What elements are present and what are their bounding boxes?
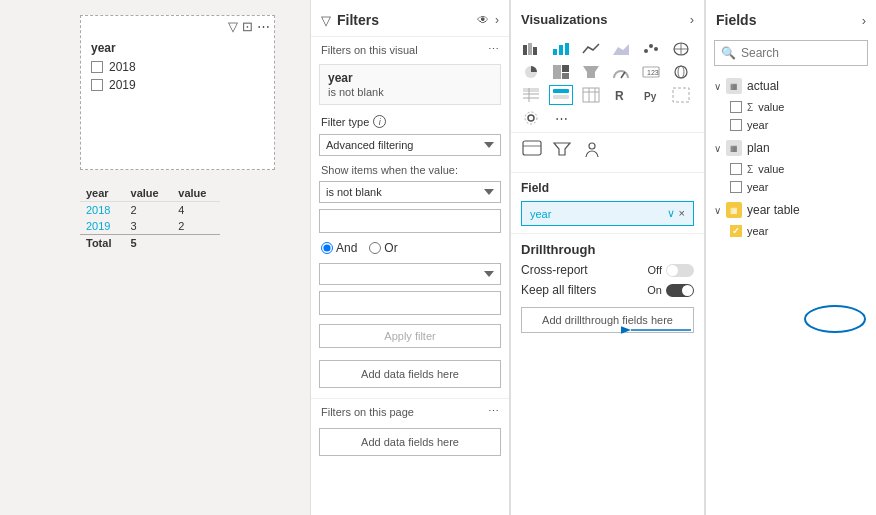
checkbox-year-table-year[interactable]: ✓: [730, 225, 742, 237]
keep-filters-track[interactable]: [666, 284, 694, 297]
visibility-icon[interactable]: 👁: [477, 13, 489, 27]
filters-panel: ▽ Filters 👁 › Filters on this visual ⋯ y…: [310, 0, 510, 515]
field-name-year-table-year: year: [747, 225, 768, 237]
svg-marker-19: [583, 66, 599, 78]
filter-value-input-2[interactable]: [319, 291, 501, 315]
viz-gauge-icon[interactable]: [609, 62, 633, 82]
viz-matrix-icon[interactable]: [519, 85, 543, 105]
viz-funnel-action-icon[interactable]: [551, 139, 573, 162]
cross-report-label: Cross-report: [521, 263, 588, 277]
viz-column-icon[interactable]: [549, 39, 573, 59]
field-drop-zone-active[interactable]: year ∨ ×: [521, 201, 694, 226]
cross-report-track[interactable]: [666, 264, 694, 277]
sigma-icon-actual-value: Σ: [747, 102, 753, 113]
keep-filters-row: Keep all filters On: [521, 283, 694, 297]
search-input[interactable]: [714, 40, 868, 66]
field-group-year-table-header[interactable]: ∨ ▦ year table: [706, 198, 876, 222]
radio-and-label: And: [336, 241, 357, 255]
field-group-actual: ∨ ▦ actual Σ value year: [706, 74, 876, 134]
checkbox-actual-year[interactable]: [730, 119, 742, 131]
viz-treemap-icon[interactable]: [549, 62, 573, 82]
expand-icon[interactable]: ›: [495, 13, 499, 27]
slicer-item-2019[interactable]: 2019: [91, 78, 264, 92]
svg-point-38: [525, 112, 537, 124]
filter-type-label: Filter type i: [311, 109, 509, 131]
viz-r-icon[interactable]: R: [609, 85, 633, 105]
filters-page-more[interactable]: ⋯: [488, 405, 499, 418]
group-name-plan: plan: [747, 141, 770, 155]
viz-table-icon[interactable]: [579, 85, 603, 105]
viz-line-icon[interactable]: [579, 39, 603, 59]
slicer-item-2018[interactable]: 2018: [91, 60, 264, 74]
table-row: 2019 3 2: [80, 218, 220, 235]
filters-more-icon[interactable]: ⋯: [488, 43, 499, 56]
viz-stacked-bar-icon[interactable]: [519, 39, 543, 59]
viz-action-row: [511, 132, 704, 168]
search-icon: 🔍: [721, 46, 736, 60]
viz-slicer-icon[interactable]: [549, 85, 573, 105]
filter-card: year is not blank: [319, 64, 501, 105]
condition2-select[interactable]: [319, 263, 501, 285]
cell-total-label: Total: [80, 235, 125, 252]
viz-custom-icon[interactable]: [669, 85, 693, 105]
viz-card-icon[interactable]: 123: [639, 62, 663, 82]
filters-section-label: Filters on this visual ⋯: [311, 37, 509, 60]
viz-expand-icon[interactable]: ›: [690, 12, 694, 27]
field-group-plan-header[interactable]: ∨ ▦ plan: [706, 136, 876, 160]
apply-filter-button[interactable]: Apply filter: [319, 324, 501, 348]
viz-gear-icon[interactable]: [519, 108, 543, 128]
checkbox-plan-value[interactable]: [730, 163, 742, 175]
cell-year-2019: 2019: [80, 218, 125, 235]
viz-funnel-icon[interactable]: [579, 62, 603, 82]
add-fields-page-button[interactable]: Add data fields here: [319, 428, 501, 456]
svg-rect-2: [523, 45, 527, 55]
slicer-checkbox-2018[interactable]: [91, 61, 103, 73]
filter-icon[interactable]: ▽: [228, 19, 238, 34]
checkbox-actual-value[interactable]: [730, 101, 742, 113]
filters-header-icons: 👁 ›: [477, 13, 499, 27]
viz-paint-icon[interactable]: [521, 139, 543, 162]
col-header-value2: value: [172, 185, 220, 202]
viz-area-icon[interactable]: [609, 39, 633, 59]
filter-card-subtitle: is not blank: [328, 86, 492, 98]
left-panel-content: ▽ ⊡ ⋯ year 2018 2019 y: [0, 0, 310, 261]
data-table: year value value 2018 2 4 2019 3 2: [80, 185, 300, 251]
cross-report-value: Off: [648, 264, 662, 276]
cross-report-thumb: [667, 265, 678, 276]
field-remove-icon[interactable]: ×: [679, 207, 685, 220]
svg-text:123: 123: [647, 69, 659, 76]
viz-person-icon[interactable]: [581, 139, 603, 162]
radio-or-input[interactable]: [369, 242, 381, 254]
cross-report-toggle[interactable]: Off: [648, 264, 694, 277]
condition-select[interactable]: is not blank is blank is: [319, 181, 501, 203]
viz-scatter-icon[interactable]: [639, 39, 663, 59]
radio-and-input[interactable]: [321, 242, 333, 254]
add-fields-visual-button[interactable]: Add data fields here: [319, 360, 501, 388]
fields-expand-icon[interactable]: ›: [862, 13, 866, 28]
viz-pie-icon[interactable]: [519, 62, 543, 82]
viz-more-icon[interactable]: ⋯: [549, 108, 573, 128]
filter-value-input-1[interactable]: [319, 209, 501, 233]
filter-type-select[interactable]: Advanced filtering Basic filtering: [319, 134, 501, 156]
viz-map-icon[interactable]: [669, 39, 693, 59]
viz-icons-grid: 123 R Py ⋯: [511, 35, 704, 132]
filters-page-section: Filters on this page ⋯ Add data fields h…: [311, 398, 509, 462]
slicer-visual: ▽ ⊡ ⋯ year 2018 2019: [80, 15, 275, 170]
radio-or[interactable]: Or: [369, 241, 397, 255]
radio-and[interactable]: And: [321, 241, 357, 255]
more-icon[interactable]: ⋯: [257, 19, 270, 34]
add-drillthrough-button[interactable]: Add drillthrough fields here: [521, 307, 694, 333]
field-expand-icon[interactable]: ∨: [667, 207, 675, 220]
svg-point-9: [644, 49, 648, 53]
viz-py-icon[interactable]: Py: [639, 85, 663, 105]
svg-rect-24: [523, 88, 539, 92]
focus-icon[interactable]: ⊡: [242, 19, 253, 34]
checkbox-plan-year[interactable]: [730, 181, 742, 193]
field-group-actual-header[interactable]: ∨ ▦ actual: [706, 74, 876, 98]
svg-rect-28: [553, 89, 569, 93]
svg-marker-41: [554, 143, 570, 155]
viz-globe-icon[interactable]: [669, 62, 693, 82]
info-icon[interactable]: i: [373, 115, 386, 128]
keep-filters-toggle[interactable]: On: [647, 284, 694, 297]
slicer-checkbox-2019[interactable]: [91, 79, 103, 91]
